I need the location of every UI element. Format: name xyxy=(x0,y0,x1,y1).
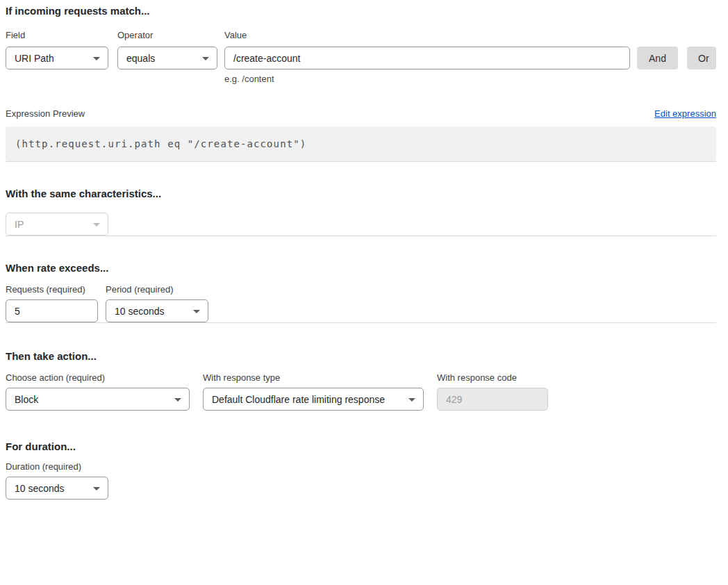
duration-select[interactable]: 10 seconds xyxy=(6,477,108,500)
period-select[interactable]: 10 seconds xyxy=(106,299,208,322)
requests-input[interactable] xyxy=(6,299,98,322)
section-divider xyxy=(6,161,716,162)
expression-preview-code: (http.request.uri.path eq "/create-accou… xyxy=(6,126,716,161)
chevron-down-icon xyxy=(93,57,100,60)
section-rate: When rate exceeds... Requests (required)… xyxy=(6,262,716,322)
choose-action-group: Choose action (required) Block xyxy=(6,372,190,411)
value-group: Value e.g. /content xyxy=(224,30,630,84)
section-heading-action: Then take action... xyxy=(6,350,716,363)
value-input[interactable] xyxy=(224,47,630,69)
characteristics-select: IP xyxy=(6,213,108,236)
expression-preview-label: Expression Preview xyxy=(6,108,85,119)
section-incoming-requests: If incoming requests match... Field URI … xyxy=(6,5,716,161)
field-group: Field URI Path xyxy=(6,30,108,69)
section-heading-incoming-requests: If incoming requests match... xyxy=(6,5,716,17)
duration-label: Duration (required) xyxy=(6,461,716,472)
operator-select[interactable]: equals xyxy=(117,47,217,69)
section-divider xyxy=(6,322,716,323)
match-expression-row: Field URI Path Operator equals Value e.g… xyxy=(6,30,716,84)
section-heading-duration: For duration... xyxy=(6,440,716,453)
chevron-down-icon xyxy=(193,310,200,313)
chevron-down-icon xyxy=(93,223,100,226)
chevron-down-icon xyxy=(408,398,415,402)
expression-preview-header: Expression Preview Edit expression xyxy=(6,108,716,119)
action-row: Choose action (required) Block With resp… xyxy=(6,372,716,411)
requests-group: Requests (required) xyxy=(6,284,98,322)
characteristics-select-value: IP xyxy=(15,219,24,230)
section-divider xyxy=(6,236,716,236)
requests-label: Requests (required) xyxy=(6,284,98,295)
operator-group: Operator equals xyxy=(117,30,217,69)
section-duration: For duration... Duration (required) 10 s… xyxy=(6,440,716,500)
chevron-down-icon xyxy=(93,487,100,491)
section-characteristics: With the same characteristics... IP xyxy=(6,188,716,236)
rate-row: Requests (required) Period (required) 10… xyxy=(6,284,716,322)
section-action: Then take action... Choose action (requi… xyxy=(6,350,716,411)
section-heading-characteristics: With the same characteristics... xyxy=(6,188,716,200)
response-code-input xyxy=(437,388,548,411)
value-hint: e.g. /content xyxy=(224,74,630,84)
response-type-select[interactable]: Default Cloudflare rate limiting respons… xyxy=(203,388,424,411)
period-select-value: 10 seconds xyxy=(115,306,165,317)
response-type-select-value: Default Cloudflare rate limiting respons… xyxy=(212,394,385,405)
field-label: Field xyxy=(6,30,108,40)
response-code-label: With response code xyxy=(437,372,548,383)
rate-limiting-rule-form: If incoming requests match... Field URI … xyxy=(0,0,728,506)
field-select[interactable]: URI Path xyxy=(6,47,108,69)
value-label: Value xyxy=(224,30,630,40)
edit-expression-link[interactable]: Edit expression xyxy=(654,108,716,119)
field-select-value: URI Path xyxy=(15,53,54,64)
chevron-down-icon xyxy=(174,398,181,402)
and-button[interactable]: And xyxy=(637,47,678,69)
response-code-group: With response code xyxy=(437,372,548,411)
response-type-group: With response type Default Cloudflare ra… xyxy=(203,372,424,411)
operator-select-value: equals xyxy=(126,53,155,64)
chevron-down-icon xyxy=(202,57,209,60)
response-type-label: With response type xyxy=(203,372,424,383)
duration-select-value: 10 seconds xyxy=(15,483,65,494)
choose-action-select[interactable]: Block xyxy=(6,388,190,411)
section-heading-rate: When rate exceeds... xyxy=(6,262,716,274)
period-label: Period (required) xyxy=(106,284,208,295)
choose-action-label: Choose action (required) xyxy=(6,372,190,383)
period-group: Period (required) 10 seconds xyxy=(106,284,208,322)
operator-label: Operator xyxy=(117,30,217,40)
or-button[interactable]: Or xyxy=(687,47,716,69)
choose-action-select-value: Block xyxy=(15,394,38,405)
